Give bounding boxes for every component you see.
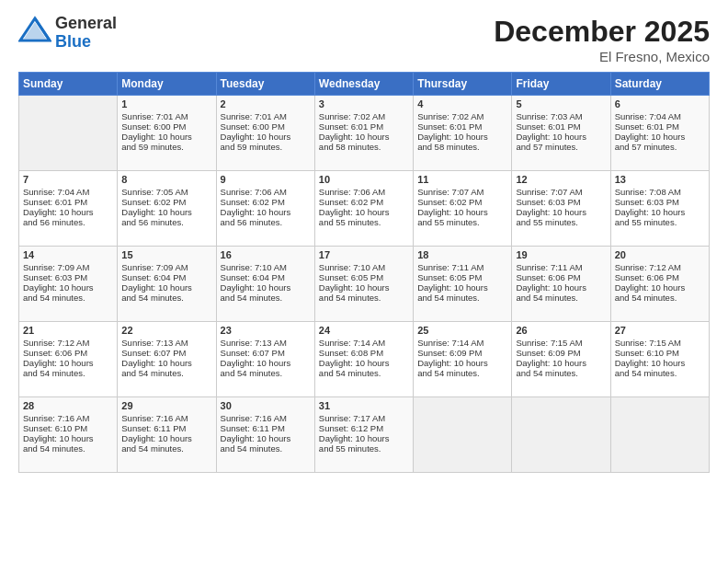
cell-text: Sunrise: 7:14 AM bbox=[417, 338, 507, 348]
day-number: 30 bbox=[221, 400, 311, 411]
day-number: 8 bbox=[121, 174, 211, 185]
month-title: December 2025 bbox=[494, 15, 710, 49]
day-number: 24 bbox=[319, 325, 409, 336]
cell-text: and 56 minutes. bbox=[221, 217, 311, 227]
cell-text: Daylight: 10 hours bbox=[319, 207, 409, 217]
cell-text: Daylight: 10 hours bbox=[121, 282, 211, 293]
cell-text: and 54 minutes. bbox=[417, 293, 507, 303]
cell-text: and 57 minutes. bbox=[615, 142, 705, 152]
cell-text: Sunrise: 7:16 AM bbox=[221, 413, 311, 423]
cell-text: and 56 minutes. bbox=[23, 217, 113, 227]
cell-text: Daylight: 10 hours bbox=[516, 132, 606, 142]
calendar-cell: 12Sunrise: 7:07 AMSunset: 6:03 PMDayligh… bbox=[512, 171, 610, 247]
cell-text: Sunrise: 7:10 AM bbox=[319, 262, 409, 272]
day-number: 6 bbox=[615, 98, 705, 109]
calendar-cell: 9Sunrise: 7:06 AMSunset: 6:02 PMDaylight… bbox=[216, 171, 314, 247]
day-number: 27 bbox=[615, 325, 705, 336]
cell-text: Daylight: 10 hours bbox=[417, 132, 507, 142]
calendar-cell: 11Sunrise: 7:07 AMSunset: 6:02 PMDayligh… bbox=[414, 171, 512, 247]
cell-text: Daylight: 10 hours bbox=[221, 282, 311, 293]
cell-text: Sunrise: 7:15 AM bbox=[516, 338, 606, 348]
cell-text: Daylight: 10 hours bbox=[23, 282, 113, 293]
cell-text: Sunrise: 7:11 AM bbox=[417, 262, 507, 272]
cell-text: Daylight: 10 hours bbox=[23, 358, 113, 368]
calendar-cell: 17Sunrise: 7:10 AMSunset: 6:05 PMDayligh… bbox=[314, 247, 413, 322]
calendar-cell: 13Sunrise: 7:08 AMSunset: 6:03 PMDayligh… bbox=[610, 171, 709, 247]
cell-text: Daylight: 10 hours bbox=[516, 358, 606, 368]
calendar-cell: 30Sunrise: 7:16 AMSunset: 6:11 PMDayligh… bbox=[216, 397, 314, 473]
cell-text: and 59 minutes. bbox=[121, 142, 211, 152]
cell-text: Daylight: 10 hours bbox=[121, 433, 211, 443]
cell-text: Sunset: 6:01 PM bbox=[319, 121, 409, 132]
calendar-day-header: Tuesday bbox=[216, 73, 314, 96]
calendar-cell bbox=[512, 397, 610, 473]
day-number: 2 bbox=[221, 98, 311, 109]
day-number: 14 bbox=[23, 249, 113, 260]
cell-text: Sunset: 6:06 PM bbox=[516, 272, 606, 282]
cell-text: Sunset: 6:10 PM bbox=[615, 348, 705, 358]
cell-text: Sunset: 6:09 PM bbox=[516, 348, 606, 358]
cell-text: Sunrise: 7:03 AM bbox=[516, 111, 606, 121]
day-number: 22 bbox=[121, 325, 211, 336]
calendar-cell: 28Sunrise: 7:16 AMSunset: 6:10 PMDayligh… bbox=[19, 397, 118, 473]
cell-text: Sunrise: 7:12 AM bbox=[23, 338, 113, 348]
calendar-cell: 24Sunrise: 7:14 AMSunset: 6:08 PMDayligh… bbox=[314, 322, 413, 397]
cell-text: and 55 minutes. bbox=[516, 217, 606, 227]
cell-text: Sunrise: 7:11 AM bbox=[516, 262, 606, 272]
cell-text: Sunset: 6:04 PM bbox=[121, 272, 211, 282]
calendar-cell: 18Sunrise: 7:11 AMSunset: 6:05 PMDayligh… bbox=[414, 247, 512, 322]
calendar-cell: 7Sunrise: 7:04 AMSunset: 6:01 PMDaylight… bbox=[19, 171, 118, 247]
cell-text: Sunrise: 7:15 AM bbox=[615, 338, 705, 348]
cell-text: and 55 minutes. bbox=[319, 217, 409, 227]
cell-text: Sunset: 6:00 PM bbox=[221, 121, 311, 132]
calendar-cell: 16Sunrise: 7:10 AMSunset: 6:04 PMDayligh… bbox=[216, 247, 314, 322]
logo-icon bbox=[18, 15, 51, 48]
cell-text: and 54 minutes. bbox=[221, 443, 311, 454]
cell-text: Sunset: 6:00 PM bbox=[121, 121, 211, 132]
calendar-cell: 8Sunrise: 7:05 AMSunset: 6:02 PMDaylight… bbox=[118, 171, 216, 247]
day-number: 20 bbox=[615, 249, 705, 260]
calendar-cell: 5Sunrise: 7:03 AMSunset: 6:01 PMDaylight… bbox=[512, 96, 610, 171]
calendar-cell: 31Sunrise: 7:17 AMSunset: 6:12 PMDayligh… bbox=[314, 397, 413, 473]
cell-text: and 54 minutes. bbox=[23, 443, 113, 454]
calendar-cell: 22Sunrise: 7:13 AMSunset: 6:07 PMDayligh… bbox=[118, 322, 216, 397]
cell-text: Daylight: 10 hours bbox=[121, 207, 211, 217]
cell-text: Daylight: 10 hours bbox=[417, 282, 507, 293]
calendar-cell: 23Sunrise: 7:13 AMSunset: 6:07 PMDayligh… bbox=[216, 322, 314, 397]
calendar-cell bbox=[610, 397, 709, 473]
calendar-cell: 26Sunrise: 7:15 AMSunset: 6:09 PMDayligh… bbox=[512, 322, 610, 397]
calendar-cell: 15Sunrise: 7:09 AMSunset: 6:04 PMDayligh… bbox=[118, 247, 216, 322]
cell-text: Sunrise: 7:13 AM bbox=[121, 338, 211, 348]
page-container: General Blue December 2025 El Fresno, Me… bbox=[0, 0, 728, 482]
cell-text: and 54 minutes. bbox=[221, 293, 311, 303]
cell-text: and 55 minutes. bbox=[615, 217, 705, 227]
day-number: 7 bbox=[23, 174, 113, 185]
logo-general-text: General bbox=[55, 15, 117, 33]
calendar-cell bbox=[19, 96, 118, 171]
day-number: 3 bbox=[319, 98, 409, 109]
cell-text: Sunset: 6:02 PM bbox=[319, 197, 409, 207]
cell-text: Sunset: 6:03 PM bbox=[615, 197, 705, 207]
cell-text: Daylight: 10 hours bbox=[417, 207, 507, 217]
calendar-cell: 10Sunrise: 7:06 AMSunset: 6:02 PMDayligh… bbox=[314, 171, 413, 247]
cell-text: Sunset: 6:01 PM bbox=[23, 197, 113, 207]
cell-text: Daylight: 10 hours bbox=[23, 207, 113, 217]
cell-text: Sunrise: 7:10 AM bbox=[221, 262, 311, 272]
cell-text: Daylight: 10 hours bbox=[221, 132, 311, 142]
cell-text: Daylight: 10 hours bbox=[615, 358, 705, 368]
calendar-week-row: 1Sunrise: 7:01 AMSunset: 6:00 PMDaylight… bbox=[19, 96, 710, 171]
cell-text: Sunset: 6:11 PM bbox=[221, 423, 311, 433]
cell-text: Sunrise: 7:16 AM bbox=[121, 413, 211, 423]
calendar-week-row: 28Sunrise: 7:16 AMSunset: 6:10 PMDayligh… bbox=[19, 397, 710, 473]
cell-text: Sunrise: 7:01 AM bbox=[221, 111, 311, 121]
day-number: 12 bbox=[516, 174, 606, 185]
cell-text: Sunrise: 7:08 AM bbox=[615, 187, 705, 197]
cell-text: Sunset: 6:09 PM bbox=[417, 348, 507, 358]
cell-text: and 58 minutes. bbox=[417, 142, 507, 152]
cell-text: Sunset: 6:11 PM bbox=[121, 423, 211, 433]
day-number: 19 bbox=[516, 249, 606, 260]
cell-text: Sunset: 6:05 PM bbox=[417, 272, 507, 282]
cell-text: and 54 minutes. bbox=[221, 368, 311, 378]
cell-text: Daylight: 10 hours bbox=[615, 207, 705, 217]
calendar-table: SundayMondayTuesdayWednesdayThursdayFrid… bbox=[18, 72, 710, 473]
